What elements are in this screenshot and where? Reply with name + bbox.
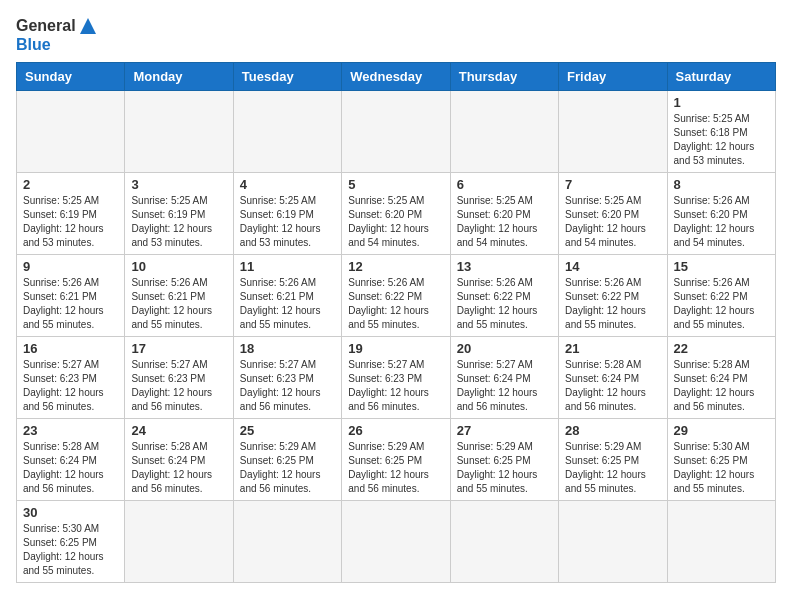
calendar-cell: 4Sunrise: 5:25 AM Sunset: 6:19 PM Daylig…: [233, 173, 341, 255]
calendar-cell: 16Sunrise: 5:27 AM Sunset: 6:23 PM Dayli…: [17, 337, 125, 419]
day-info: Sunrise: 5:26 AM Sunset: 6:22 PM Dayligh…: [565, 276, 660, 332]
calendar-cell: 24Sunrise: 5:28 AM Sunset: 6:24 PM Dayli…: [125, 419, 233, 501]
calendar-cell: 17Sunrise: 5:27 AM Sunset: 6:23 PM Dayli…: [125, 337, 233, 419]
day-info: Sunrise: 5:26 AM Sunset: 6:22 PM Dayligh…: [457, 276, 552, 332]
day-info: Sunrise: 5:30 AM Sunset: 6:25 PM Dayligh…: [674, 440, 769, 496]
calendar-cell: 1Sunrise: 5:25 AM Sunset: 6:18 PM Daylig…: [667, 91, 775, 173]
calendar-cell: 27Sunrise: 5:29 AM Sunset: 6:25 PM Dayli…: [450, 419, 558, 501]
day-info: Sunrise: 5:26 AM Sunset: 6:22 PM Dayligh…: [348, 276, 443, 332]
calendar-week-4: 16Sunrise: 5:27 AM Sunset: 6:23 PM Dayli…: [17, 337, 776, 419]
calendar-cell: [450, 91, 558, 173]
day-number: 2: [23, 177, 118, 192]
day-info: Sunrise: 5:29 AM Sunset: 6:25 PM Dayligh…: [348, 440, 443, 496]
day-info: Sunrise: 5:26 AM Sunset: 6:21 PM Dayligh…: [240, 276, 335, 332]
day-info: Sunrise: 5:25 AM Sunset: 6:19 PM Dayligh…: [240, 194, 335, 250]
calendar-cell: 28Sunrise: 5:29 AM Sunset: 6:25 PM Dayli…: [559, 419, 667, 501]
day-info: Sunrise: 5:25 AM Sunset: 6:20 PM Dayligh…: [457, 194, 552, 250]
calendar-cell: 2Sunrise: 5:25 AM Sunset: 6:19 PM Daylig…: [17, 173, 125, 255]
day-info: Sunrise: 5:26 AM Sunset: 6:21 PM Dayligh…: [131, 276, 226, 332]
calendar-week-3: 9Sunrise: 5:26 AM Sunset: 6:21 PM Daylig…: [17, 255, 776, 337]
day-info: Sunrise: 5:28 AM Sunset: 6:24 PM Dayligh…: [565, 358, 660, 414]
day-info: Sunrise: 5:27 AM Sunset: 6:23 PM Dayligh…: [23, 358, 118, 414]
calendar-header-row: SundayMondayTuesdayWednesdayThursdayFrid…: [17, 63, 776, 91]
calendar-cell: 11Sunrise: 5:26 AM Sunset: 6:21 PM Dayli…: [233, 255, 341, 337]
day-number: 1: [674, 95, 769, 110]
day-number: 27: [457, 423, 552, 438]
logo-blue: Blue: [16, 36, 51, 54]
calendar-cell: [17, 91, 125, 173]
calendar-cell: 15Sunrise: 5:26 AM Sunset: 6:22 PM Dayli…: [667, 255, 775, 337]
day-number: 30: [23, 505, 118, 520]
day-number: 15: [674, 259, 769, 274]
day-number: 26: [348, 423, 443, 438]
day-number: 7: [565, 177, 660, 192]
calendar-cell: 10Sunrise: 5:26 AM Sunset: 6:21 PM Dayli…: [125, 255, 233, 337]
svg-marker-0: [80, 18, 96, 34]
calendar-cell: 19Sunrise: 5:27 AM Sunset: 6:23 PM Dayli…: [342, 337, 450, 419]
calendar-cell: 25Sunrise: 5:29 AM Sunset: 6:25 PM Dayli…: [233, 419, 341, 501]
day-number: 21: [565, 341, 660, 356]
calendar-cell: 13Sunrise: 5:26 AM Sunset: 6:22 PM Dayli…: [450, 255, 558, 337]
calendar-cell: 3Sunrise: 5:25 AM Sunset: 6:19 PM Daylig…: [125, 173, 233, 255]
calendar-cell: [667, 501, 775, 583]
calendar-cell: 7Sunrise: 5:25 AM Sunset: 6:20 PM Daylig…: [559, 173, 667, 255]
logo-general: General: [16, 17, 76, 35]
day-number: 9: [23, 259, 118, 274]
calendar-cell: [559, 501, 667, 583]
day-info: Sunrise: 5:26 AM Sunset: 6:22 PM Dayligh…: [674, 276, 769, 332]
calendar-cell: [125, 91, 233, 173]
day-info: Sunrise: 5:25 AM Sunset: 6:19 PM Dayligh…: [23, 194, 118, 250]
day-number: 11: [240, 259, 335, 274]
calendar-cell: 30Sunrise: 5:30 AM Sunset: 6:25 PM Dayli…: [17, 501, 125, 583]
day-number: 13: [457, 259, 552, 274]
day-number: 14: [565, 259, 660, 274]
day-info: Sunrise: 5:28 AM Sunset: 6:24 PM Dayligh…: [674, 358, 769, 414]
logo: General Blue: [16, 16, 98, 54]
calendar-week-6: 30Sunrise: 5:30 AM Sunset: 6:25 PM Dayli…: [17, 501, 776, 583]
day-number: 19: [348, 341, 443, 356]
day-info: Sunrise: 5:30 AM Sunset: 6:25 PM Dayligh…: [23, 522, 118, 578]
day-info: Sunrise: 5:27 AM Sunset: 6:23 PM Dayligh…: [348, 358, 443, 414]
day-info: Sunrise: 5:27 AM Sunset: 6:23 PM Dayligh…: [240, 358, 335, 414]
calendar-cell: [450, 501, 558, 583]
calendar-cell: 5Sunrise: 5:25 AM Sunset: 6:20 PM Daylig…: [342, 173, 450, 255]
day-info: Sunrise: 5:28 AM Sunset: 6:24 PM Dayligh…: [131, 440, 226, 496]
day-number: 23: [23, 423, 118, 438]
weekday-header-friday: Friday: [559, 63, 667, 91]
day-number: 16: [23, 341, 118, 356]
day-info: Sunrise: 5:27 AM Sunset: 6:24 PM Dayligh…: [457, 358, 552, 414]
day-number: 20: [457, 341, 552, 356]
calendar-cell: 6Sunrise: 5:25 AM Sunset: 6:20 PM Daylig…: [450, 173, 558, 255]
day-number: 10: [131, 259, 226, 274]
calendar-week-1: 1Sunrise: 5:25 AM Sunset: 6:18 PM Daylig…: [17, 91, 776, 173]
day-info: Sunrise: 5:29 AM Sunset: 6:25 PM Dayligh…: [565, 440, 660, 496]
calendar-cell: 20Sunrise: 5:27 AM Sunset: 6:24 PM Dayli…: [450, 337, 558, 419]
calendar-cell: 22Sunrise: 5:28 AM Sunset: 6:24 PM Dayli…: [667, 337, 775, 419]
logo-triangle-icon: [78, 16, 98, 36]
calendar-cell: 21Sunrise: 5:28 AM Sunset: 6:24 PM Dayli…: [559, 337, 667, 419]
day-number: 29: [674, 423, 769, 438]
calendar-cell: 9Sunrise: 5:26 AM Sunset: 6:21 PM Daylig…: [17, 255, 125, 337]
calendar-cell: [233, 501, 341, 583]
weekday-header-thursday: Thursday: [450, 63, 558, 91]
calendar-cell: [125, 501, 233, 583]
day-number: 12: [348, 259, 443, 274]
calendar-table: SundayMondayTuesdayWednesdayThursdayFrid…: [16, 62, 776, 583]
calendar-cell: [342, 501, 450, 583]
day-number: 28: [565, 423, 660, 438]
day-number: 3: [131, 177, 226, 192]
calendar-cell: [342, 91, 450, 173]
day-number: 24: [131, 423, 226, 438]
day-number: 4: [240, 177, 335, 192]
weekday-header-saturday: Saturday: [667, 63, 775, 91]
day-info: Sunrise: 5:27 AM Sunset: 6:23 PM Dayligh…: [131, 358, 226, 414]
header: General Blue: [16, 16, 776, 54]
day-info: Sunrise: 5:26 AM Sunset: 6:21 PM Dayligh…: [23, 276, 118, 332]
calendar-cell: [559, 91, 667, 173]
day-info: Sunrise: 5:25 AM Sunset: 6:18 PM Dayligh…: [674, 112, 769, 168]
day-number: 17: [131, 341, 226, 356]
day-number: 22: [674, 341, 769, 356]
calendar-cell: 18Sunrise: 5:27 AM Sunset: 6:23 PM Dayli…: [233, 337, 341, 419]
calendar-week-5: 23Sunrise: 5:28 AM Sunset: 6:24 PM Dayli…: [17, 419, 776, 501]
calendar-cell: 29Sunrise: 5:30 AM Sunset: 6:25 PM Dayli…: [667, 419, 775, 501]
